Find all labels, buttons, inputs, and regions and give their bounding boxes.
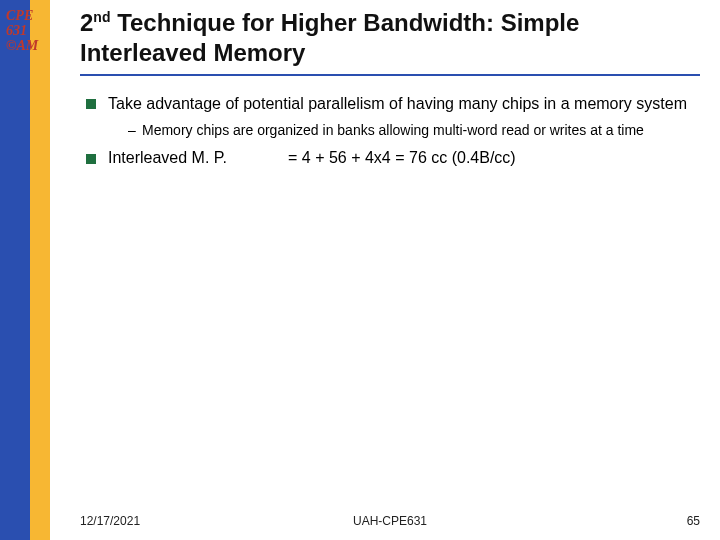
sub-bullet-text: Memory chips are organized in banks allo… [142,122,644,138]
footer-center: UAH-CPE631 [353,514,427,528]
sub-bullet: –Memory chips are organized in banks all… [128,121,700,139]
bullet-item: Interleaved M. P. = 4 + 56 + 4x4 = 76 cc… [86,149,700,167]
calc-label: Interleaved M. P. [108,149,288,167]
course-logo: CPE 631 ©AM [6,8,46,53]
bullet-icon [86,99,96,109]
footer-page: 65 [687,514,700,528]
slide-title: 2nd Technique for Higher Bandwidth: Simp… [80,8,700,76]
footer-date: 12/17/2021 [80,514,140,528]
bullet-item: Take advantage of potential parallelism … [86,94,700,115]
bullet-text: Take advantage of potential parallelism … [108,94,700,115]
slide-body: Take advantage of potential parallelism … [80,94,700,167]
calc-value: = 4 + 56 + 4x4 = 76 cc (0.4B/cc) [288,149,700,167]
bullet-icon [86,154,96,164]
footer: 12/17/2021 UAH-CPE631 65 [80,514,700,528]
